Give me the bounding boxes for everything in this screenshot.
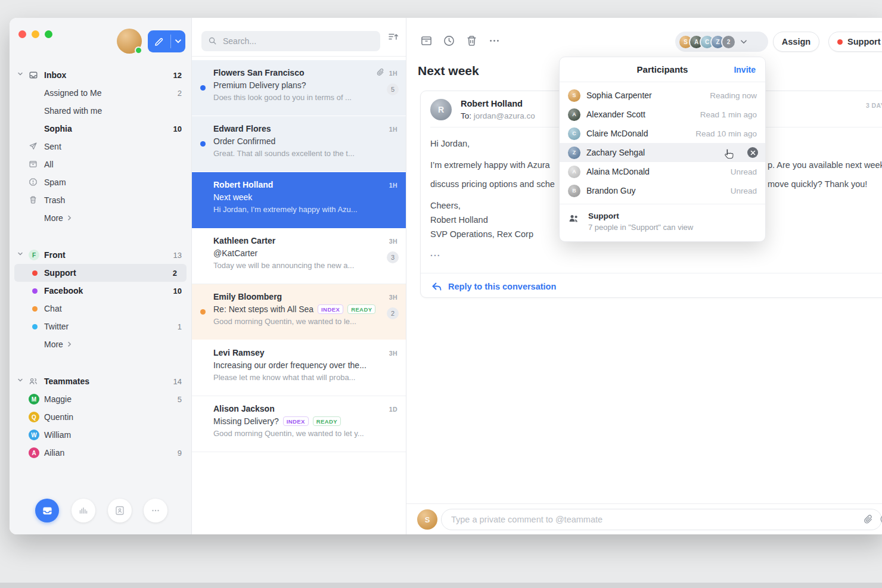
- search-icon: [208, 36, 217, 45]
- email-row-flowers-san-francisco[interactable]: Flowers San Francisco 1H Premium Deliver…: [192, 60, 406, 116]
- invite-link[interactable]: Invite: [734, 65, 756, 74]
- sidebar-item-support[interactable]: Support 2: [14, 264, 187, 282]
- emoji-icon[interactable]: [880, 514, 882, 524]
- chevron-down-icon: [741, 40, 747, 44]
- search-input[interactable]: [223, 31, 372, 51]
- attachment-icon[interactable]: [863, 514, 873, 525]
- desktop-background: Inbox 12 Assigned to Me 2 Shared with me…: [0, 0, 882, 588]
- spam-icon: [29, 178, 38, 186]
- william-avatar: W: [29, 430, 39, 440]
- minimize-window-button[interactable]: [32, 30, 39, 38]
- sidebar-item-inbox-more[interactable]: More: [10, 209, 191, 227]
- sidebar-item-facebook[interactable]: Facebook 10: [10, 282, 191, 300]
- sort-icon[interactable]: [388, 32, 399, 42]
- message-body-line2: discuss pricing options and sche: [430, 179, 555, 189]
- sidebar-item-ailian[interactable]: A Ailian 9: [10, 444, 191, 462]
- avatar-sophia: S: [568, 89, 580, 102]
- participant-row-sophia[interactable]: S Sophia Carpenter Reading now: [560, 86, 765, 105]
- participant-row-alexander[interactable]: A Alexander Scott Read 1 min ago: [560, 105, 765, 124]
- sidebar-item-inbox[interactable]: Inbox 12: [10, 66, 191, 84]
- sidebar-item-spam[interactable]: Spam: [10, 173, 191, 191]
- desktop-edge-strip: [0, 583, 882, 588]
- collapse-caret-icon[interactable]: [17, 251, 23, 257]
- sidebar-item-sophia[interactable]: Sophia 10: [10, 120, 191, 138]
- collapse-caret-icon[interactable]: [17, 377, 23, 383]
- pencil-icon: [148, 37, 170, 46]
- zoom-window-button[interactable]: [45, 30, 52, 38]
- window-controls: [18, 30, 52, 38]
- sidebar-item-quentin[interactable]: Q Quentin: [10, 408, 191, 426]
- message-body-line2-cont: move quickly? Thank you!: [768, 179, 867, 189]
- avatar-zachary: Z: [568, 147, 580, 159]
- user-avatar[interactable]: [117, 29, 142, 54]
- sidebar-item-shared-with-me[interactable]: Shared with me: [10, 102, 191, 120]
- inbox-section: Inbox 12 Assigned to Me 2 Shared with me…: [10, 66, 191, 227]
- message-count-badge: 2: [387, 307, 399, 319]
- tag-index: INDEX: [283, 416, 309, 426]
- email-rows: Flowers San Francisco 1H Premium Deliver…: [192, 57, 406, 452]
- trash-icon[interactable]: [465, 35, 478, 47]
- email-row-emily-bloomberg[interactable]: Emily Bloomberg 3H Re: Next steps with A…: [192, 284, 406, 340]
- participant-row-claire[interactable]: C Claire McDonald Read 10 min ago: [560, 124, 765, 143]
- quoted-text-expander[interactable]: ...: [430, 248, 441, 258]
- avatar-overflow-count: 2: [721, 35, 736, 49]
- sidebar-item-front-more[interactable]: More: [10, 335, 191, 353]
- email-list-panel: Flowers San Francisco 1H Premium Deliver…: [192, 18, 406, 534]
- tag-ready: READY: [347, 304, 375, 314]
- unread-dot: [200, 85, 206, 91]
- chevron-right-icon: [67, 215, 72, 221]
- bar-chart-icon: [78, 505, 89, 516]
- sidebar-item-front[interactable]: F Front 13: [10, 246, 191, 264]
- snooze-clock-icon[interactable]: [443, 35, 455, 47]
- unread-dot: [200, 141, 206, 147]
- sidebar-item-william[interactable]: W William: [10, 426, 191, 444]
- collapse-caret-icon[interactable]: [17, 71, 23, 77]
- remove-participant-button[interactable]: [747, 147, 758, 158]
- assign-button[interactable]: Assign: [773, 32, 819, 52]
- unread-dot: [200, 309, 206, 315]
- more-options-icon[interactable]: [488, 35, 501, 47]
- archive-icon[interactable]: [420, 35, 433, 47]
- support-inbox-dot: [837, 39, 843, 45]
- analytics-button[interactable]: [72, 499, 95, 522]
- participant-row-brandon[interactable]: B Brandon Guy Unread: [560, 181, 765, 200]
- sidebar-item-all[interactable]: All: [10, 155, 191, 173]
- sidebar-item-assigned-to-me[interactable]: Assigned to Me 2: [10, 84, 191, 102]
- sidebar-item-chat[interactable]: Chat: [10, 300, 191, 318]
- send-icon: [29, 142, 38, 151]
- email-row-kathleen-carter[interactable]: Kathleen Carter 3H @KatCarter 3 Today we…: [192, 228, 406, 284]
- sidebar-dock: [10, 499, 191, 522]
- contacts-button[interactable]: [108, 499, 132, 522]
- private-comment-input[interactable]: [441, 509, 882, 530]
- divider: [421, 273, 882, 273]
- inbox-view-button[interactable]: [35, 499, 59, 522]
- contact-card-icon: [114, 505, 125, 516]
- email-row-edward-flores[interactable]: Edward Flores 1H Order Confirmed Great. …: [192, 116, 406, 172]
- close-window-button[interactable]: [18, 30, 26, 38]
- compose-button[interactable]: [148, 30, 185, 52]
- sidebar-item-twitter[interactable]: Twitter 1: [10, 318, 191, 335]
- group-people-icon: [569, 214, 580, 223]
- sidebar-item-teammates[interactable]: Teammates 14: [10, 372, 191, 390]
- email-row-alison-jackson[interactable]: Alison Jackson 1D Missing Delivery? INDE…: [192, 396, 406, 452]
- popover-header: Participants Invite: [560, 57, 765, 82]
- online-status-dot: [135, 46, 142, 54]
- sidebar-item-trash[interactable]: Trash: [10, 191, 191, 209]
- participant-row-alaina[interactable]: A Alaina McDonald Unread: [560, 162, 765, 181]
- participants-avatar-stack[interactable]: S A C Z 2: [675, 32, 768, 52]
- email-row-robert-holland[interactable]: Robert Holland 1H Next week Hi Jordan, I…: [192, 172, 406, 228]
- inbox-selector-button[interactable]: Support: [828, 32, 882, 52]
- quentin-avatar: Q: [29, 412, 39, 422]
- sidebar-item-sent[interactable]: Sent: [10, 138, 191, 155]
- chevron-right-icon: [67, 341, 72, 347]
- sidebar-item-maggie[interactable]: M Maggie 5: [10, 390, 191, 408]
- avatar-claire: C: [568, 127, 580, 140]
- more-apps-button[interactable]: [144, 499, 167, 522]
- reply-link[interactable]: Reply to this conversation: [431, 282, 556, 291]
- support-group-row[interactable]: Support 7 people in "Support" can view: [560, 204, 765, 241]
- ellipsis-icon: [150, 505, 161, 516]
- archive-icon: [29, 160, 38, 169]
- email-row-levi-ramsey[interactable]: Levi Ramsey 3H Increasing our order freq…: [192, 340, 406, 396]
- chevron-down-icon[interactable]: [171, 39, 185, 43]
- front-section: F Front 13 Support 2 Facebook 10 Chat Tw…: [10, 246, 191, 353]
